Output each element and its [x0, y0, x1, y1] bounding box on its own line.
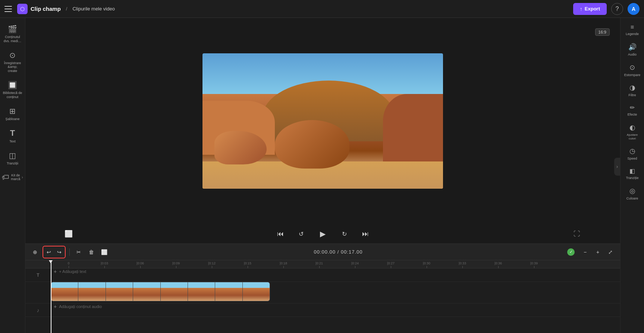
topbar-left: ⬡ Clip champ / Clipurile mele video [4, 4, 115, 14]
sidebar-item-templates[interactable]: ⊞ Șabloane [1, 104, 24, 124]
app-title: Clip champ [31, 6, 61, 12]
right-tool-effects[interactable]: ✏ Efecte [622, 101, 643, 120]
main-area: 🎬 Conținutul dvs. medi… ⊙ Înregistrare &… [0, 18, 644, 333]
clip-thumb-3 [106, 282, 133, 301]
ruler-mark-10: |0:30 [409, 261, 444, 268]
sidebar-item-text[interactable]: T Text [1, 125, 24, 147]
right-tool-audio[interactable]: 🔊 Audio [622, 40, 643, 60]
center-area: 16:9 ⬜ ⏮ ↺ [25, 18, 620, 333]
app-logo: ⬡ Clip champ [17, 4, 61, 14]
fit-timeline-button[interactable]: ⤢ [605, 247, 616, 257]
clip-thumb-5 [161, 282, 188, 301]
cut-button[interactable]: ✂ [73, 247, 84, 257]
export-button[interactable]: Export [573, 3, 607, 15]
skip-back-icon: ⏮ [277, 230, 284, 238]
ruler-mark-1: |0:03 [87, 261, 122, 268]
sidebar-item-content[interactable]: 🔲 Bibliotecă de conținut [1, 78, 24, 102]
zoom-in-icon: + [596, 249, 599, 255]
effects-label: Efecte [628, 113, 637, 117]
ruler-mark-11: |0:33 [444, 261, 480, 268]
delete-icon: 🗑 [89, 249, 94, 255]
redo-icon: ↪ [57, 249, 62, 255]
redo-button[interactable]: ↪ [54, 247, 65, 257]
text-track-row: T + + Adăugați text [25, 268, 620, 282]
right-tool-filters[interactable]: ◑ Filtre [622, 81, 643, 100]
check-badge: ✓ [567, 248, 575, 256]
right-tool-transitions[interactable]: ◧ Tranziție [622, 164, 643, 183]
breadcrumb-separator: / [66, 6, 67, 12]
text-track-label: T [25, 273, 51, 278]
skip-back-button[interactable]: ⏮ [274, 228, 286, 240]
app-logo-icon: ⬡ [17, 4, 28, 14]
ruler-mark-13: |0:39 [516, 261, 552, 268]
zoom-out-icon: − [584, 249, 587, 255]
timeline-right-buttons: ✓ − + ⤢ [567, 247, 616, 257]
timeline-ruler: 0 |0:03 |0:06 |0:09 |0:12 |0:15 |0:18 |0… [25, 260, 620, 268]
aspect-ratio-badge: 16:9 [595, 28, 610, 36]
text-icon: T [10, 128, 15, 138]
zoom-in-button[interactable]: + [593, 247, 603, 257]
media-icon: 🎬 [8, 25, 17, 34]
zoom-out-button[interactable]: − [580, 247, 590, 257]
right-tool-color[interactable]: ◐ Ajustare culori [622, 120, 643, 143]
add-audio-label: Adăugați conținut audio [59, 304, 102, 309]
sidebar-label-record: Înregistrare &amp; create [3, 61, 22, 73]
right-tool-cutout[interactable]: ◎ Culoare [622, 184, 643, 204]
fullscreen-button[interactable]: ⛶ [571, 228, 583, 240]
sidebar-item-brand[interactable]: 🏷 Kit de marcă › [1, 170, 24, 185]
skip-forward-icon: ⏭ [362, 230, 369, 238]
sidebar-item-media[interactable]: 🎬 Conținutul dvs. medi… [1, 22, 24, 46]
sidebar-item-transitions[interactable]: ◫ Tranziții [1, 148, 24, 169]
right-sidebar: ≡ Legende 🔊 Audio ⊙ Estompare ◑ Filtre ✏… [620, 18, 644, 333]
timeline-area: ⊕ ↩ ↪ ✂ 🗑 ⬜ [25, 244, 620, 333]
record-icon: ⊙ [9, 51, 16, 60]
camera-screenshot-button[interactable]: ⬜ [63, 228, 75, 240]
video-clip[interactable] [51, 282, 270, 301]
sidebar-label-brand: Kit de marcă [11, 173, 20, 182]
right-tool-speed[interactable]: ◷ Speed [622, 144, 643, 164]
speed-label: Speed [627, 157, 637, 161]
replay5-button[interactable]: ↺ [295, 228, 307, 240]
save-clip-button[interactable]: ⬜ [99, 247, 109, 257]
undo-button[interactable]: ↩ [44, 247, 54, 257]
clip-thumb-4 [133, 282, 160, 301]
sidebar-item-record[interactable]: ⊙ Înregistrare &amp; create [1, 48, 24, 76]
right-tool-stamp[interactable]: ⊙ Estompare [622, 60, 643, 80]
sidebar-label-templates: Șabloane [5, 117, 19, 121]
ruler-mark-7: |0:21 [301, 261, 337, 268]
camera-icon: ⬜ [65, 230, 73, 238]
right-tool-captions[interactable]: ≡ Legende [622, 21, 643, 39]
audio-track-content: + Adăugați conținut audio [51, 304, 620, 317]
clip-thumb-1 [51, 282, 78, 301]
sidebar-label-transitions: Tranziții [7, 161, 18, 166]
clip-thumb-7 [215, 282, 242, 301]
delete-button[interactable]: 🗑 [86, 247, 97, 257]
ruler-mark-3: |0:09 [158, 261, 194, 268]
forward5-button[interactable]: ↻ [339, 228, 351, 240]
video-container [202, 53, 443, 189]
help-icon: ? [616, 6, 619, 12]
skip-forward-button[interactable]: ⏭ [359, 228, 371, 240]
ruler-mark-9: |0:27 [373, 261, 409, 268]
help-button[interactable]: ? [611, 3, 623, 15]
right-transitions-icon: ◧ [629, 167, 635, 175]
add-audio-icon: + [54, 304, 57, 310]
avatar[interactable]: A [628, 3, 640, 15]
filters-label: Filtre [629, 93, 636, 97]
ruler-mark-8: |0:24 [337, 261, 373, 268]
hamburger-menu[interactable] [4, 6, 12, 12]
add-text-area[interactable]: + + Adăugați text [51, 268, 620, 274]
play-button[interactable]: ▶ [316, 227, 330, 241]
ruler-mark-2: |0:06 [122, 261, 158, 268]
add-audio-area[interactable]: + Adăugați conținut audio [51, 304, 620, 310]
right-sidebar-collapse[interactable]: › [614, 158, 620, 176]
sidebar-label-text: Text [9, 139, 16, 144]
breadcrumb-current[interactable]: Clipurile mele video [72, 6, 114, 12]
timeline-options-button[interactable]: ⊕ [30, 247, 40, 257]
cutout-icon: ◎ [629, 187, 635, 195]
video-track-content [51, 282, 620, 303]
forward5-icon: ↻ [342, 230, 347, 238]
color-icon: ◐ [629, 123, 635, 132]
captions-icon: ≡ [631, 24, 634, 31]
right-transitions-label: Tranziție [626, 176, 638, 180]
